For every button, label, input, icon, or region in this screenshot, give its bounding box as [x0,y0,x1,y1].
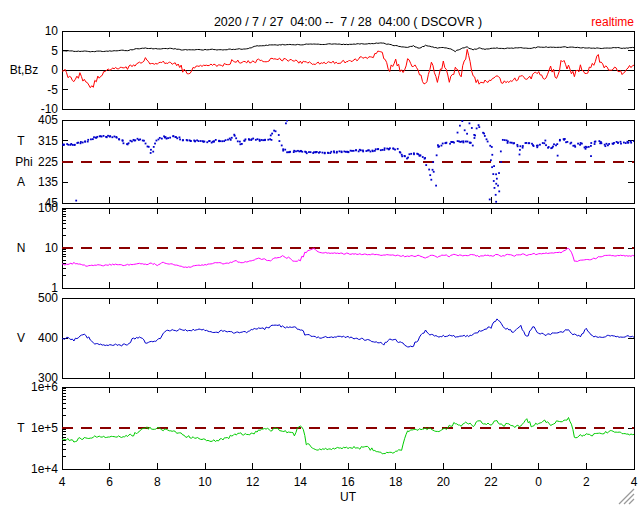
x-tick-label: 16 [341,475,355,489]
plot-area: 1050-5-10Bt,Bz40531522513545TPhiA100101N… [10,24,638,489]
y-tick-label: -5 [47,83,58,97]
panel-label: T [17,421,25,435]
x-tick-label: 22 [484,475,498,489]
resize-grip-icon[interactable] [619,489,634,504]
y-tick-label: 1e+5 [31,421,58,435]
y-tick-label: 5 [51,44,58,58]
solar-wind-plot-window: 2020 / 7 / 27 04:00 -- 7 / 28 04:00 ( DS… [0,0,640,512]
y-tick-label: 10 [45,24,59,38]
v-series-line [62,319,634,347]
y-tick-label: 500 [38,291,58,305]
x-tick-label: 2 [583,475,590,489]
panel-label: N [17,241,26,255]
y-tick-label: 0 [51,63,58,77]
y-tick-label: 100 [38,201,58,215]
chart-svg: 2020 / 7 / 27 04:00 -- 7 / 28 04:00 ( DS… [0,0,640,512]
x-axis-label: UT [340,490,357,504]
x-tick-label: 10 [198,475,212,489]
y-tick-label: 135 [38,175,58,189]
realtime-label: realtime [591,15,634,29]
bz-series-line [62,49,634,87]
x-tick-label: 0 [535,475,542,489]
y-tick-label: 1e+4 [31,462,58,476]
x-tick-label: 20 [437,475,451,489]
chart-title: 2020 / 7 / 27 04:00 -- 7 / 28 04:00 ( DS… [214,15,482,29]
x-tick-label: 8 [154,475,161,489]
panel-label: T [17,134,25,148]
bt-series-line [62,43,634,52]
x-tick-label: 12 [246,475,260,489]
x-tick-label: 6 [106,475,113,489]
panel-label: Phi [15,155,32,169]
y-tick-label: 1e+6 [31,380,58,394]
y-tick-label: 400 [38,331,58,345]
t-series-line [62,418,634,454]
n-series-line [62,248,634,267]
x-tick-label: 18 [389,475,403,489]
y-tick-label: 315 [38,134,58,148]
x-tick-label: 4 [59,475,66,489]
panel-label: Bt,Bz [10,63,39,77]
panel-label: V [17,331,25,345]
x-tick-label: 4 [631,475,638,489]
y-tick-label: 405 [38,113,58,127]
y-tick-label: 10 [45,241,59,255]
panel-label: A [17,175,25,189]
x-tick-label: 14 [294,475,308,489]
y-tick-label: 225 [38,155,58,169]
panel-frame [62,298,634,378]
